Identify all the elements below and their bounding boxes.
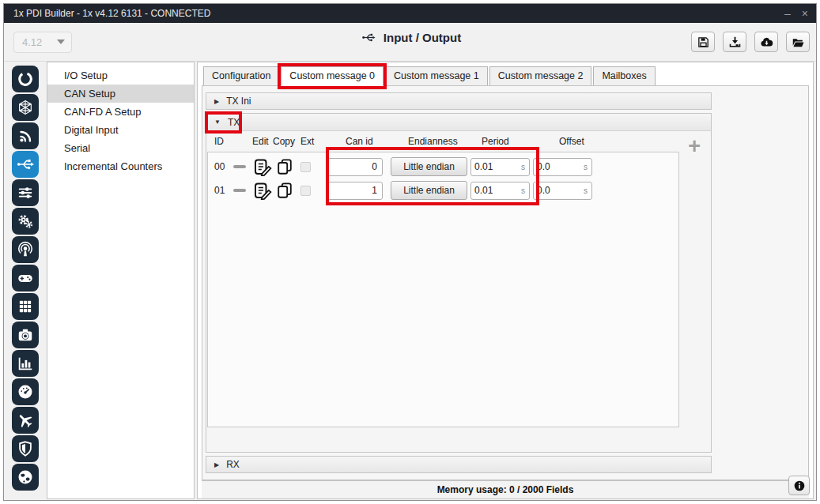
col-header-ext: Ext: [300, 136, 314, 147]
copy-icon: [276, 157, 293, 176]
sidebar-usb-icon-tile[interactable]: [12, 151, 39, 178]
expanded-arrow-icon: ▼: [214, 118, 221, 126]
collapsed-arrow-icon: ▶: [214, 98, 219, 105]
endianness-button[interactable]: Little endian: [391, 157, 467, 176]
toolbar: 4.12 Input / Output: [4, 23, 816, 62]
offset-input[interactable]: 0.0 s: [533, 182, 592, 200]
sidebar-gears-icon-tile[interactable]: [12, 208, 39, 235]
minimize-button[interactable]: –: [784, 8, 791, 19]
edit-icon: [253, 181, 272, 200]
sidebar-gauge-icon-tile[interactable]: [12, 378, 39, 405]
col-header-period: Period: [482, 136, 509, 147]
version-select[interactable]: 4.12: [13, 32, 72, 53]
sidebar-chart-icon-tile[interactable]: [12, 350, 39, 377]
sidebar-gamepad-icon-tile[interactable]: [12, 265, 39, 291]
section-tx: ▼ TX ID Edit Copy Ext Can id Endianness …: [206, 113, 712, 453]
offset-unit-label: s: [584, 186, 588, 195]
sidebar-plane-icon-tile[interactable]: [12, 407, 39, 434]
folder-open-icon: [792, 36, 805, 49]
window-title: 1x PDI Builder - 1x v4.12 6131 - CONNECT…: [13, 8, 773, 19]
section-rx-label: RX: [226, 459, 240, 470]
offset-unit-label: s: [584, 163, 588, 171]
table-row: 01 Little endian 0.01 s: [208, 179, 678, 202]
tabs-row: Configuration Custom message 0 Custom me…: [198, 62, 813, 85]
nav-item[interactable]: I/O Setup: [47, 66, 194, 85]
can-id-input[interactable]: [327, 182, 383, 200]
copy-button[interactable]: [276, 157, 293, 176]
period-input[interactable]: 0.01 s: [470, 182, 530, 200]
edit-button[interactable]: [253, 157, 272, 176]
sidebar-shield-icon-tile[interactable]: [12, 435, 39, 462]
title-bar: 1x PDI Builder - 1x v4.12 6131 - CONNECT…: [4, 4, 816, 23]
tab[interactable]: Mailboxes: [593, 66, 655, 86]
col-header-edit: Edit: [252, 136, 269, 147]
section-tx-ini-label: TX Ini: [226, 96, 251, 107]
offset-input[interactable]: 0.0 s: [533, 158, 592, 176]
content-area: I/O Setup CAN Setup CAN-FD A Setup Digit…: [4, 62, 816, 500]
memory-usage-label: Memory usage: 0 / 2000 Fields: [437, 484, 574, 495]
info-button[interactable]: [788, 476, 810, 495]
toolbar-buttons: [691, 32, 810, 52]
section-rx[interactable]: ▶ RX: [206, 456, 712, 473]
col-header-endianness: Endianness: [408, 136, 458, 147]
sidebar-podcast-icon-tile[interactable]: [12, 236, 39, 263]
app-window: 1x PDI Builder - 1x v4.12 6131 - CONNECT…: [3, 3, 817, 501]
chevron-down-icon: [57, 39, 65, 44]
edit-icon: [253, 157, 272, 176]
period-input[interactable]: 0.01 s: [470, 158, 530, 176]
floppy-icon: [697, 36, 710, 49]
col-header-offset: Offset: [559, 136, 584, 147]
col-header-id: ID: [214, 136, 224, 147]
tab-content-panel: ▶ TX Ini ▼ TX ID Edit Copy Ext Can id: [202, 85, 809, 480]
endianness-button[interactable]: Little endian: [391, 181, 467, 200]
tab[interactable]: Custom message 2: [489, 66, 592, 86]
tab[interactable]: Custom message 1: [385, 66, 488, 86]
sidebar-hexnet-icon-tile[interactable]: [12, 94, 39, 121]
tab[interactable]: Custom message 0: [281, 66, 384, 86]
ext-checkbox[interactable]: [300, 162, 311, 172]
ext-checkbox[interactable]: [300, 186, 311, 196]
nav-item[interactable]: Digital Input: [47, 121, 194, 139]
edit-button[interactable]: [253, 181, 272, 200]
close-button[interactable]: ×: [802, 8, 808, 19]
status-bar: Memory usage: 0 / 2000 Fields: [202, 480, 809, 498]
page-title: Input / Output: [384, 31, 461, 44]
cloud-download-button[interactable]: [754, 32, 778, 52]
tab[interactable]: Configuration: [203, 66, 279, 86]
save-button[interactable]: [691, 32, 715, 52]
nav-item[interactable]: CAN-FD A Setup: [47, 103, 194, 121]
nav-item[interactable]: Incremental Counters: [47, 157, 194, 175]
nav-item[interactable]: CAN Setup: [47, 85, 194, 103]
sidebar-camera-icon-tile[interactable]: [12, 322, 39, 348]
nav-panel: I/O Setup CAN Setup CAN-FD A Setup Digit…: [47, 62, 195, 499]
main-panel: Configuration Custom message 0 Custom me…: [197, 62, 814, 499]
section-tx-ini[interactable]: ▶ TX Ini: [206, 92, 712, 110]
sidebar-veronte-icon-tile[interactable]: [12, 66, 39, 92]
open-file-button[interactable]: [786, 32, 810, 52]
sidebar-sliders-icon-tile[interactable]: [12, 179, 39, 206]
section-tx-label: TX: [228, 117, 240, 128]
add-row-button[interactable]: +: [688, 136, 701, 156]
copy-button[interactable]: [276, 181, 293, 200]
cloud-download-icon: [760, 36, 773, 49]
drag-handle[interactable]: [233, 165, 246, 168]
row-id-label: 01: [214, 185, 229, 196]
section-tx-header[interactable]: ▼ TX: [206, 114, 711, 131]
col-header-copy: Copy: [273, 136, 295, 147]
drag-handle[interactable]: [233, 189, 246, 192]
row-id-label: 00: [214, 161, 229, 172]
collapsed-arrow-icon: ▶: [214, 461, 219, 468]
period-unit-label: s: [521, 186, 525, 195]
nav-item[interactable]: Serial: [47, 139, 194, 157]
info-icon: [793, 480, 806, 492]
can-id-input[interactable]: [327, 158, 383, 176]
usb-icon: [359, 31, 378, 44]
sidebar-globe-icon-tile[interactable]: [12, 464, 39, 491]
period-unit-label: s: [521, 163, 525, 171]
export-button[interactable]: [723, 32, 746, 52]
tx-rows-container: 00 Little endian 0.01 s: [207, 152, 679, 427]
sidebar-icon-strip: [4, 62, 47, 500]
table-row: 00 Little endian 0.01 s: [208, 155, 678, 179]
sidebar-rss-icon-tile[interactable]: [12, 122, 39, 149]
sidebar-grid-icon-tile[interactable]: [12, 293, 39, 320]
